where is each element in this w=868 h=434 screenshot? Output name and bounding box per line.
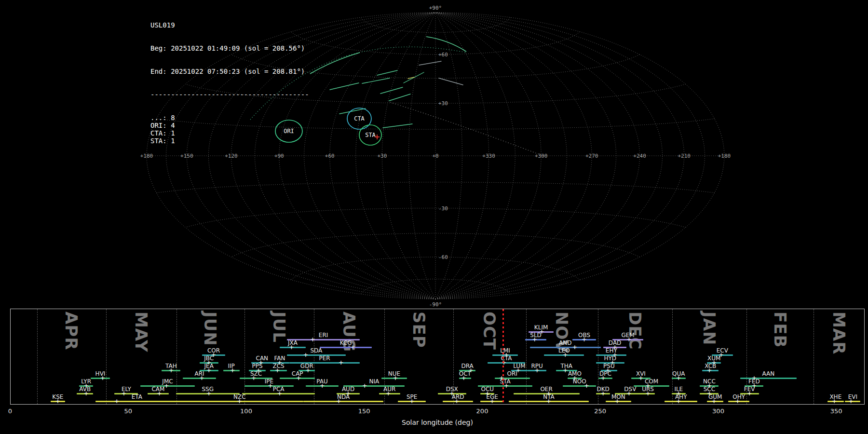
sky-map: +180+150+120+90+60+30+0+330+300+270+240+…	[0, 0, 868, 309]
x-tick-label: 350	[830, 407, 842, 415]
peak-marker: +	[848, 398, 854, 404]
begin-time-line: Beg: 20251022 01:49:09 (sol = 208.56°)	[150, 44, 309, 52]
peak-marker: +	[114, 398, 120, 404]
shower-code-label: NIA	[369, 378, 379, 385]
lon-label: +300	[535, 153, 548, 159]
peak-marker: +	[303, 352, 308, 358]
peak-marker: +	[305, 367, 311, 373]
month-gridline	[106, 309, 107, 404]
peak-marker: +	[563, 367, 568, 373]
lon-label: +270	[585, 153, 598, 159]
peak-marker: +	[735, 398, 740, 404]
peak-marker: +	[563, 352, 568, 358]
meteor-streak	[383, 124, 412, 128]
peak-marker: +	[534, 367, 540, 373]
peak-marker: +	[320, 382, 325, 389]
peak-marker: +	[199, 375, 204, 381]
bright-arc	[310, 53, 360, 74]
meteor-streak	[380, 87, 403, 94]
month-gridline	[176, 309, 177, 404]
shower-code-label: PER	[319, 355, 330, 362]
peak-marker: +	[626, 390, 632, 396]
peak-marker: +	[454, 398, 460, 404]
month-label: SEP	[409, 312, 429, 348]
shower-code-label: AND	[559, 339, 571, 346]
lon-label: +60	[325, 153, 335, 159]
peak-marker: +	[275, 367, 280, 373]
month-label: DEC	[625, 312, 645, 350]
lon-label: +180	[718, 153, 731, 159]
peak-marker: +	[572, 344, 577, 350]
lon-label: +330	[482, 153, 495, 159]
lon-label: +180	[140, 153, 153, 159]
meteor-streak	[404, 72, 424, 83]
current-sol-line	[502, 309, 504, 404]
count-line: STA: 1	[150, 137, 309, 145]
peak-marker: +	[268, 382, 273, 389]
peak-marker: +	[706, 367, 712, 373]
peak-marker: +	[626, 336, 632, 342]
peak-marker: +	[503, 382, 509, 389]
meteor-streak	[330, 83, 359, 90]
lon-label: +150	[180, 153, 193, 159]
shower-code-label: ORI	[507, 370, 517, 377]
lon-label: +120	[225, 153, 238, 159]
shower-activity-timeline: APRMAYJUNJULAUGSEPOCTNOVDECJANFEBMARKLIM…	[10, 309, 865, 405]
peak-marker: +	[100, 375, 105, 381]
peak-marker: +	[83, 390, 89, 396]
meteor-streak	[419, 61, 441, 65]
month-gridline	[314, 309, 314, 404]
radiant-label: CTA	[354, 115, 365, 122]
meteor-streak	[439, 78, 463, 85]
month-label: FEB	[771, 312, 790, 348]
count-line: ORI: 4	[150, 122, 309, 129]
lon-label: +30	[377, 153, 387, 159]
shower-code-label: ETA	[132, 393, 142, 400]
x-tick-label: 50	[124, 407, 132, 415]
peak-marker: +	[122, 390, 127, 396]
peak-marker: +	[55, 398, 60, 404]
peak-marker: +	[393, 375, 398, 381]
x-tick-label: 0	[8, 407, 12, 415]
month-label: JUL	[270, 312, 289, 343]
meteor-streak	[377, 70, 397, 75]
peak-marker: +	[206, 367, 212, 373]
shower-code-label: AAN	[762, 370, 774, 377]
meteor-streak	[362, 78, 390, 83]
count-line: CTA: 1	[150, 129, 309, 137]
station-id: USL019	[150, 21, 309, 29]
peak-marker: +	[615, 398, 620, 404]
peak-marker: +	[277, 390, 283, 396]
peak-marker: +	[336, 398, 341, 404]
peak-marker: +	[350, 344, 355, 350]
shower-bar	[303, 401, 383, 402]
peak-marker: +	[676, 398, 681, 404]
month-label: MAY	[132, 312, 151, 353]
peak-marker: +	[339, 359, 344, 366]
x-tick-label: 100	[240, 407, 252, 415]
grid-parallel	[291, 32, 580, 54]
shower-bar	[320, 347, 372, 348]
peak-marker: +	[362, 382, 367, 389]
peak-marker: +	[489, 398, 495, 404]
peak-marker: +	[546, 398, 552, 404]
lon-label: +0	[432, 153, 438, 159]
grid-meridian	[435, 13, 684, 299]
peak-marker: +	[600, 390, 606, 396]
peak-marker: +	[532, 336, 537, 342]
radiant-label: STA	[365, 132, 376, 138]
month-gridline	[526, 309, 527, 404]
month-label: MAR	[829, 312, 849, 354]
peak-marker: +	[747, 390, 752, 396]
peak-marker: +	[832, 398, 837, 404]
peak-marker: +	[237, 398, 242, 404]
x-axis-ticks: 050100150200250300350	[10, 407, 865, 416]
month-label: JAN	[700, 312, 719, 345]
lat-label: -30	[438, 205, 448, 212]
peak-marker: +	[168, 367, 174, 373]
lon-label: +240	[633, 153, 646, 159]
peak-marker: +	[711, 398, 717, 404]
lat-label: +30	[438, 100, 448, 107]
month-gridline	[37, 309, 38, 404]
lat-label: +60	[438, 52, 448, 58]
